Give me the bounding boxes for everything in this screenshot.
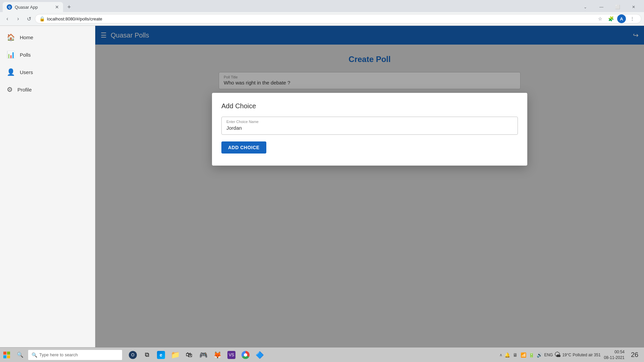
home-icon: 🏠 — [7, 33, 15, 41]
bookmark-icon[interactable]: ☆ — [595, 14, 605, 23]
active-tab[interactable]: Q Quasar App ✕ — [3, 2, 63, 12]
sidebar-item-polls[interactable]: 📊 Polls — [0, 46, 95, 63]
add-choice-button[interactable]: ADD CHOICE — [221, 141, 266, 154]
address-bar-row: ‹ › ↺ 🔒 localhost:8080/#/polls/create ☆ … — [0, 12, 644, 25]
svg-rect-0 — [3, 352, 6, 355]
taskbar-task-view-icon[interactable]: ⧉ — [140, 348, 154, 362]
address-bar-icons: ☆ 🧩 A ⋮ — [595, 14, 637, 23]
sidebar-label-home: Home — [20, 35, 33, 40]
menu-icon[interactable]: ⋮ — [628, 14, 637, 23]
taskbar-explorer-icon[interactable]: 📁 — [168, 348, 182, 362]
tab-favicon: Q — [7, 4, 12, 10]
minimize-button[interactable]: — — [594, 2, 609, 12]
taskbar-cortana-icon[interactable]: O — [126, 348, 140, 362]
add-choice-dialog: Add Choice Enter Choice Name ADD CHOICE — [212, 93, 527, 166]
notification-count[interactable]: 26 — [628, 348, 641, 362]
taskbar-edge-icon[interactable]: e — [154, 348, 168, 362]
wifi-icon[interactable]: 📶 — [520, 352, 527, 358]
sidebar-label-users: Users — [20, 69, 33, 75]
taskbar-search-bar[interactable]: 🔍 Type here to search — [28, 350, 122, 360]
taskbar-search-placeholder: Type here to search — [39, 352, 78, 357]
taskbar-unknown2-icon[interactable]: 🔷 — [253, 348, 266, 362]
back-button[interactable]: ‹ — [3, 14, 12, 23]
tab-list-button[interactable]: ⌄ — [578, 2, 593, 12]
close-button[interactable]: ✕ — [626, 2, 641, 12]
choice-input-wrapper[interactable]: Enter Choice Name — [221, 117, 518, 135]
forward-button[interactable]: › — [13, 14, 23, 23]
search-taskbar-area[interactable]: 🔍 — [13, 348, 27, 362]
sidebar-label-profile: Profile — [17, 87, 32, 93]
browser-chrome: Q Quasar App ✕ + ⌄ — ⬜ ✕ ‹ › ↺ 🔒 localho… — [0, 0, 644, 26]
extensions-icon[interactable]: 🧩 — [606, 14, 615, 23]
battery-icon[interactable]: 🔋 — [528, 352, 535, 358]
refresh-button[interactable]: ↺ — [24, 14, 34, 23]
clock[interactable]: 00:54 08-11-2021 — [602, 349, 627, 361]
url-display: localhost:8080/#/polls/create — [47, 16, 102, 21]
taskbar-firefox-icon[interactable]: 🦊 — [211, 348, 224, 362]
dialog-title: Add Choice — [221, 102, 518, 110]
profile-circle: A — [617, 14, 626, 23]
main-content: ☰ Quasar Polls ↪ Create Poll Poll Title … — [95, 26, 644, 362]
page-area: Create Poll Poll Title Who was right in … — [95, 45, 644, 362]
clock-date: 08-11-2021 — [604, 355, 625, 361]
window-controls: ⌄ — ⬜ ✕ — [578, 2, 641, 12]
sidebar-item-users[interactable]: 👤 Users — [0, 63, 95, 81]
choice-name-input[interactable] — [226, 125, 513, 131]
weather-temp: 19°C — [562, 353, 571, 357]
sidebar: 🏠 Home 📊 Polls 👤 Users ⚙ Profile — [0, 26, 95, 362]
profile-icon[interactable]: A — [617, 14, 626, 23]
sidebar-label-polls: Polls — [20, 52, 31, 58]
sidebar-item-home[interactable]: 🏠 Home — [0, 28, 95, 46]
tab-bar: Q Quasar App ✕ + ⌄ — ⬜ ✕ — [0, 0, 644, 12]
taskbar-app-icons: O ⧉ e 📁 🛍 🎮 🦊 VS 🔷 — [126, 348, 266, 362]
profile-settings-icon: ⚙ — [7, 85, 13, 94]
taskbar-vscode-icon[interactable]: VS — [225, 348, 238, 362]
tray-icon-2[interactable]: 🖥 — [512, 352, 519, 358]
volume-icon[interactable]: 🔊 — [536, 352, 543, 358]
system-tray: ∧ 🔔 🖥 📶 🔋 🔊 ENG 🌤 19°C Polluted air 351 … — [497, 348, 644, 362]
sidebar-item-profile[interactable]: ⚙ Profile — [0, 81, 95, 98]
clock-time: 00:54 — [604, 349, 625, 355]
system-lang: ENG — [544, 353, 553, 357]
weather-icon: 🌤 — [554, 351, 561, 359]
svg-rect-1 — [7, 352, 10, 355]
new-tab-button[interactable]: + — [64, 2, 74, 12]
svg-rect-3 — [7, 355, 10, 358]
taskbar-chrome-icon[interactable] — [239, 348, 252, 362]
tab-title: Quasar App — [15, 5, 38, 10]
weather-condition: Polluted air 351 — [573, 353, 600, 357]
start-button[interactable] — [0, 348, 13, 362]
maximize-button[interactable]: ⬜ — [610, 2, 625, 12]
taskbar-unknown-icon[interactable]: 🎮 — [197, 348, 210, 362]
svg-rect-2 — [3, 355, 6, 358]
tray-icon-1[interactable]: 🔔 — [504, 352, 511, 358]
polls-icon: 📊 — [7, 51, 15, 59]
taskbar-store-icon[interactable]: 🛍 — [182, 348, 196, 362]
taskbar: 🔍 🔍 Type here to search O ⧉ e 📁 🛍 🎮 🦊 VS — [0, 347, 644, 362]
app-container: 🏠 Home 📊 Polls 👤 Users ⚙ Profile ☰ Quasa… — [0, 26, 644, 362]
choice-input-label: Enter Choice Name — [226, 120, 513, 124]
address-bar[interactable]: 🔒 localhost:8080/#/polls/create ☆ 🧩 A ⋮ — [35, 14, 641, 23]
dialog-overlay — [95, 26, 644, 362]
users-icon: 👤 — [7, 68, 15, 76]
tab-close-button[interactable]: ✕ — [55, 4, 59, 10]
